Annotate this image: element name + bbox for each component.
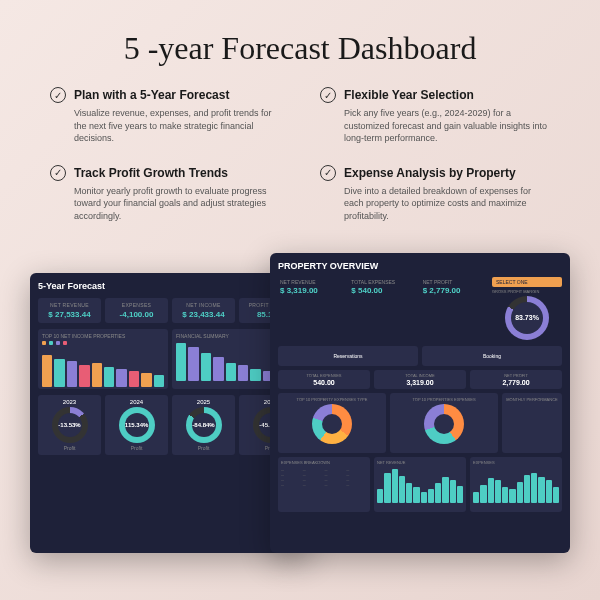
donut-label: Profit <box>64 445 76 451</box>
metric-label: NET REVENUE <box>42 302 97 308</box>
monthly-performance: MONTHLY PERFORMANCE <box>502 393 562 453</box>
metric-card: NET INCOME $ 23,433.44 <box>172 298 235 323</box>
chart-title: Net Revenue <box>377 460 463 465</box>
metric-label: EXPENSES <box>109 302 164 308</box>
check-icon <box>50 87 66 103</box>
check-icon <box>320 87 336 103</box>
donut-value: 115.34% <box>125 413 149 437</box>
metric-card: NET PROFIT $ 2,779.00 <box>421 277 488 342</box>
property-overview-dashboard: PROPERTY OVERVIEW NET REVENUE $ 3,319.00… <box>270 253 570 553</box>
metric-value: $ 3,319.00 <box>280 286 343 295</box>
forecast-dashboard: 5-Year Forecast Year NET REVENUE $ 27,53… <box>30 273 310 553</box>
metric-card: EXPENSES -4,100.00 <box>105 298 168 323</box>
metric-label: NET INCOME <box>176 302 231 308</box>
donut-value: -13.53% <box>58 413 82 437</box>
profit-donut: 2025 -84.84% Profit <box>172 395 235 455</box>
metric-label: NET PROFIT <box>423 279 486 285</box>
page-title: 5 -year Forecast Dashboard <box>0 0 600 87</box>
metric-label: GROSS PROFIT MARGIN <box>492 289 562 294</box>
metric-label: Total Expenses <box>281 373 367 378</box>
metric-label: Total Income <box>377 373 463 378</box>
dashboard-previews: 5-Year Forecast Year NET REVENUE $ 27,53… <box>0 253 600 573</box>
net-revenue-chart: Net Revenue <box>374 457 466 512</box>
dashboard-title: 5-Year Forecast <box>38 281 105 291</box>
feature-title: Expense Analysis by Property <box>344 166 516 180</box>
metric-value: 540.00 <box>281 379 367 386</box>
profit-donut: 2023 -13.53% Profit <box>38 395 101 455</box>
donut-label: Profit <box>198 445 210 451</box>
donut-value: -84.84% <box>192 413 216 437</box>
feature-item: Expense Analysis by Property Dive into a… <box>320 165 550 223</box>
metric-label: NET REVENUE <box>280 279 343 285</box>
expenses-breakdown: Expenses Breakdown ———— ———— ———— ———— <box>278 457 370 512</box>
dashboard-title: PROPERTY OVERVIEW <box>278 261 378 271</box>
small-metric: Total Expenses 540.00 <box>278 370 370 389</box>
feature-item: Flexible Year Selection Pick any five ye… <box>320 87 550 145</box>
feature-desc: Pick any five years (e.g., 2024-2029) fo… <box>320 107 550 145</box>
feature-desc: Monitor yearly profit growth to evaluate… <box>50 185 280 223</box>
features-grid: Plan with a 5-Year Forecast Visualize re… <box>0 87 600 243</box>
gross-margin-panel: SELECT ONE GROSS PROFIT MARGIN 83.73% <box>492 277 562 342</box>
donut-year: 2025 <box>197 399 210 405</box>
expenses-chart: Expenses <box>470 457 562 512</box>
metric-value: $ 27,533.44 <box>42 310 97 319</box>
chart-title: Expenses <box>473 460 559 465</box>
metric-value: $ 23,433.44 <box>176 310 231 319</box>
small-metric: Net Profit 2,779.00 <box>470 370 562 389</box>
occ-label: Booking <box>483 353 501 359</box>
metric-label: Net Profit <box>473 373 559 378</box>
metric-label: TOTAL EXPENSES <box>351 279 414 285</box>
feature-title: Plan with a 5-Year Forecast <box>74 88 229 102</box>
metric-value: $ 2,779.00 <box>423 286 486 295</box>
metric-card: NET REVENUE $ 27,533.44 <box>38 298 101 323</box>
bar-chart <box>42 347 164 387</box>
metric-value: 2,779.00 <box>473 379 559 386</box>
small-metric: Total Income 3,319.00 <box>374 370 466 389</box>
feature-desc: Visualize revenue, expenses, and profit … <box>50 107 280 145</box>
expenses-type-donut: TOP 10 PROPERTY EXPENSES TYPE <box>278 393 386 453</box>
chart-title: TOP 10 NET INCOME PROPERTIES <box>42 333 164 339</box>
donut-year: 2024 <box>130 399 143 405</box>
feature-item: Track Profit Growth Trends Monitor yearl… <box>50 165 280 223</box>
metric-card: TOTAL EXPENSES $ 540.00 <box>349 277 416 342</box>
metric-value: 3,319.00 <box>377 379 463 386</box>
feature-item: Plan with a 5-Year Forecast Visualize re… <box>50 87 280 145</box>
feature-desc: Dive into a detailed breakdown of expens… <box>320 185 550 223</box>
metric-card: NET REVENUE $ 3,319.00 <box>278 277 345 342</box>
donut-year: 2023 <box>63 399 76 405</box>
feature-title: Flexible Year Selection <box>344 88 474 102</box>
profit-donut: 2024 115.34% Profit <box>105 395 168 455</box>
feature-title: Track Profit Growth Trends <box>74 166 228 180</box>
chart-title: MONTHLY PERFORMANCE <box>506 397 557 402</box>
top-income-chart: TOP 10 NET INCOME PROPERTIES <box>38 329 168 389</box>
chart-title: TOP 10 PROPERTY EXPENSES TYPE <box>297 397 368 402</box>
donut-value: 83.73% <box>511 302 543 334</box>
select-dropdown[interactable]: SELECT ONE <box>492 277 562 287</box>
metric-value: $ 540.00 <box>351 286 414 295</box>
chart-legend <box>42 341 164 345</box>
metric-value: -4,100.00 <box>109 310 164 319</box>
check-icon <box>320 165 336 181</box>
check-icon <box>50 165 66 181</box>
chart-title: Expenses Breakdown <box>281 460 367 465</box>
donut-label: Profit <box>131 445 143 451</box>
property-expenses-donut: TOP 10 PROPERTIES EXPENSES <box>390 393 498 453</box>
occ-label: Reservations <box>333 353 362 359</box>
chart-title: TOP 10 PROPERTIES EXPENSES <box>412 397 475 402</box>
